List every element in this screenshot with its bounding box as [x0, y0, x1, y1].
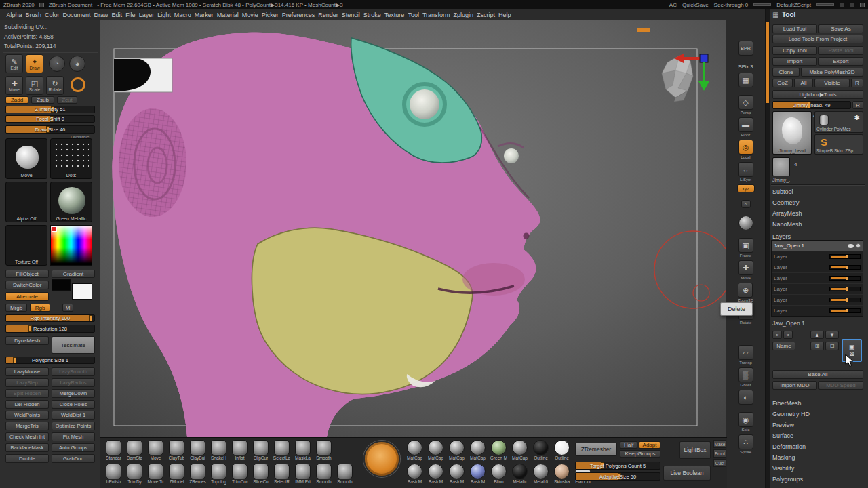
adaptive-size-slider[interactable]: AdaptiveSize 50: [575, 472, 660, 481]
alt-color-swatch[interactable]: [72, 283, 92, 300]
left-panel-button[interactable]: MergeTris: [5, 422, 49, 430]
left-eyeball[interactable]: [410, 89, 439, 119]
export-button[interactable]: Export: [818, 57, 863, 66]
subpalette-header[interactable]: NanoMesh: [772, 220, 802, 230]
shelf-button[interactable]: ▬ Floor: [738, 117, 753, 138]
color-picker[interactable]: [50, 225, 92, 266]
left-panel-button[interactable]: Optimize Points: [52, 422, 95, 430]
left-panel-button[interactable]: Check Mesh Int: [5, 432, 49, 441]
shelf-button[interactable]: xyz: [737, 184, 755, 198]
left-panel-button[interactable]: Auto Groups: [52, 443, 95, 452]
shelf-button[interactable]: ◉ Solo: [738, 412, 753, 432]
goz-r-button[interactable]: R: [851, 79, 863, 87]
zcut-button[interactable]: Zcut: [57, 96, 77, 104]
layer-row[interactable]: Layer: [772, 306, 863, 317]
tool-slot-simplebrush[interactable]: S SimpleB Skin_ZSp: [814, 134, 863, 155]
left-panel-button[interactable]: Del Hidden: [5, 400, 49, 409]
active-tool-thumbnail[interactable]: Jimmy_head: [772, 111, 812, 155]
lightbox-button[interactable]: LightBox: [679, 441, 711, 459]
left-panel-button[interactable]: LazyRadius: [52, 378, 95, 387]
current-brush-tile[interactable]: Move: [5, 138, 47, 179]
layer-up-button[interactable]: ▲: [810, 331, 824, 339]
save-as-button[interactable]: Save As: [818, 24, 863, 33]
menu-item[interactable]: Macro: [172, 9, 193, 20]
focal-shift-slider[interactable]: Focal Shift 0: [5, 115, 95, 123]
z-intensity-slider[interactable]: Z Intensity 51: [5, 106, 95, 113]
menu-item[interactable]: Color: [43, 9, 62, 20]
subpalette-header[interactable]: Subtool: [772, 187, 802, 198]
mdd-speed-button[interactable]: MDD Speed: [818, 381, 863, 390]
layer-merge-button[interactable]: ⊟: [825, 342, 839, 350]
edit-button[interactable]: ✎ Edit: [5, 54, 23, 73]
seethrough-slider-label[interactable]: See-through 0: [714, 2, 749, 8]
move-button[interactable]: ✚ Move: [5, 76, 23, 95]
make-polymesh3d-button[interactable]: Make PolyMesh3D: [801, 68, 863, 77]
material-thumb[interactable]: MatCap: [404, 440, 425, 461]
layer-row[interactable]: Layer: [772, 295, 863, 306]
alternate-button[interactable]: Alternate: [5, 292, 49, 301]
current-alpha-tile[interactable]: Alpha Off: [5, 182, 47, 222]
shelf-button[interactable]: ◎ Local: [738, 140, 753, 160]
shelf-button[interactable]: ↔ L.Sym: [738, 162, 753, 182]
draw-size-slider[interactable]: Draw Size 46: [5, 125, 95, 134]
switch-color-button[interactable]: SwitchColor: [5, 281, 49, 289]
material-thumb[interactable]: MatCap: [509, 440, 530, 461]
menu-item[interactable]: Alpha: [5, 9, 24, 20]
active-tool-slider[interactable]: Jimmy_head. 49: [772, 101, 851, 109]
load-tools-from-project-button[interactable]: Load Tools From Project: [772, 35, 863, 43]
current-texture-tile[interactable]: Texture Off: [5, 225, 47, 266]
shelf-button[interactable]: BPR: [738, 41, 753, 61]
document-canvas[interactable]: [100, 20, 726, 437]
brush-thumb[interactable]: Topolog: [208, 464, 229, 485]
layer-back-button[interactable]: «: [772, 331, 782, 339]
subpalette-header[interactable]: Geometry HD: [772, 409, 810, 420]
subpalette-header[interactable]: FiberMesh: [772, 399, 810, 409]
menu-item[interactable]: Light: [156, 9, 173, 20]
edge-button[interactable]: Cust: [713, 459, 726, 467]
brush-thumb[interactable]: Move Tc: [145, 464, 166, 485]
rgb-button[interactable]: Rgb: [30, 304, 50, 312]
layer-intensity-slider[interactable]: [829, 287, 861, 291]
load-tool-button[interactable]: Load Tool: [772, 24, 817, 33]
clone-button[interactable]: Clone: [772, 68, 800, 77]
left-panel-button[interactable]: Close Holes: [52, 400, 95, 409]
shelf-button[interactable]: [738, 216, 753, 236]
brush-thumb[interactable]: SliceCu: [250, 464, 271, 485]
left-panel-button[interactable]: LazyMouse: [5, 367, 49, 376]
menu-item[interactable]: Zscript: [475, 9, 497, 20]
shelf-button[interactable]: ✚ Move: [738, 260, 753, 281]
material-thumb[interactable]: MatCap: [425, 440, 446, 461]
titlebar-icon-1[interactable]: [840, 3, 844, 7]
menu-item[interactable]: Draw: [92, 9, 110, 20]
scale-button[interactable]: ◰ Scale: [26, 76, 43, 95]
brush-thumb[interactable]: TrimCur: [229, 464, 250, 485]
subpalette-header[interactable]: Geometry: [772, 198, 802, 209]
main-color-swatch[interactable]: [52, 279, 71, 291]
restore-button[interactable]: R: [852, 101, 863, 109]
zscript-track[interactable]: [816, 3, 834, 6]
layer-intensity-slider[interactable]: [829, 298, 861, 302]
shelf-button[interactable]: ∴ Spose: [738, 434, 753, 455]
subpalette-header[interactable]: Masking: [772, 453, 810, 464]
current-brush-large-icon[interactable]: [363, 441, 400, 477]
menu-item[interactable]: Render: [317, 9, 340, 20]
titlebar-icon-2[interactable]: [850, 3, 854, 7]
half-button[interactable]: Half: [620, 441, 637, 449]
edge-button[interactable]: Make: [713, 440, 726, 448]
subpalette-header[interactable]: ArrayMesh: [772, 209, 802, 220]
layer-down-button[interactable]: ▼: [825, 331, 839, 339]
brush-thumb[interactable]: MaskLa: [292, 440, 313, 461]
goz-all-button[interactable]: All: [794, 79, 813, 87]
resolution-slider[interactable]: Resolution 128: [5, 325, 95, 333]
material-thumb[interactable]: BasicM: [446, 464, 467, 485]
shelf-button[interactable]: ▣ Frame: [738, 238, 753, 258]
left-panel-button[interactable]: Split Hidden: [5, 389, 49, 398]
layer-name-button[interactable]: Name: [772, 342, 795, 350]
keepgroups-button[interactable]: KeepGroups: [620, 450, 660, 458]
brush-thumb[interactable]: ClayBui: [187, 440, 208, 461]
titlebar-icon-3[interactable]: [860, 3, 865, 7]
brush-thumb[interactable]: ClayTub: [166, 440, 187, 461]
material-thumb[interactable]: Outline: [530, 440, 551, 461]
subpalette-header[interactable]: Deformation: [772, 442, 810, 453]
menu-item[interactable]: Preferences: [280, 9, 317, 20]
